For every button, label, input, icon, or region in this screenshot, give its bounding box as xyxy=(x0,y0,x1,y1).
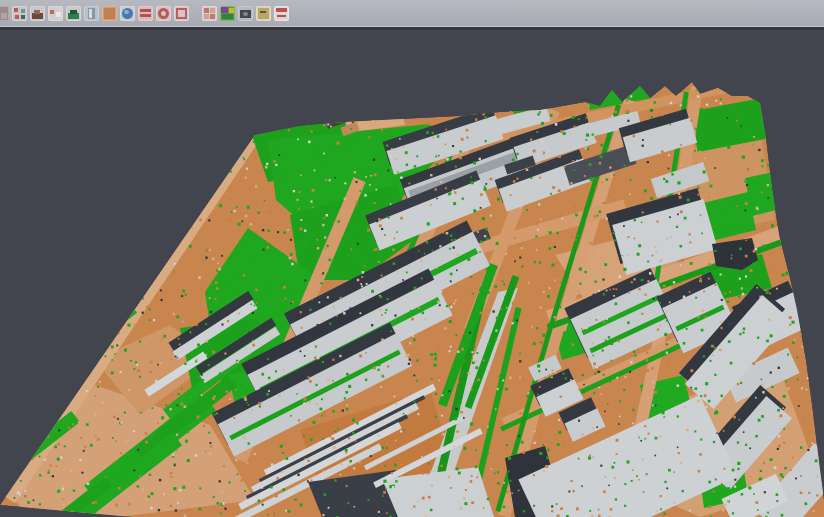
column-view-icon[interactable] xyxy=(84,6,99,21)
app-window: { "toolbar": { "icons": [ {"name":"selec… xyxy=(0,0,824,517)
raster-grid-icon[interactable] xyxy=(202,6,217,21)
point-cloud-scene[interactable] xyxy=(0,30,824,517)
sparse-points-icon[interactable] xyxy=(48,6,63,21)
select-points-icon[interactable] xyxy=(0,6,9,21)
globe-icon[interactable] xyxy=(120,6,135,21)
export-model-icon[interactable] xyxy=(256,6,271,21)
viewport-3d[interactable] xyxy=(0,30,824,517)
terrain-model-icon[interactable] xyxy=(30,6,45,21)
classification-map-icon[interactable] xyxy=(220,6,235,21)
processing-settings-icon[interactable] xyxy=(156,6,171,21)
main-toolbar xyxy=(0,0,824,26)
camera-views-icon[interactable] xyxy=(238,6,253,21)
extent-select-icon[interactable] xyxy=(174,6,189,21)
terrain-group xyxy=(0,75,824,517)
align-pairs-icon[interactable] xyxy=(12,6,27,21)
layer-list-icon[interactable] xyxy=(138,6,153,21)
toolbar-icons xyxy=(0,6,292,21)
report-icon[interactable] xyxy=(274,6,289,21)
vegetation-model-icon[interactable] xyxy=(66,6,81,21)
orthophoto-icon[interactable] xyxy=(102,6,117,21)
